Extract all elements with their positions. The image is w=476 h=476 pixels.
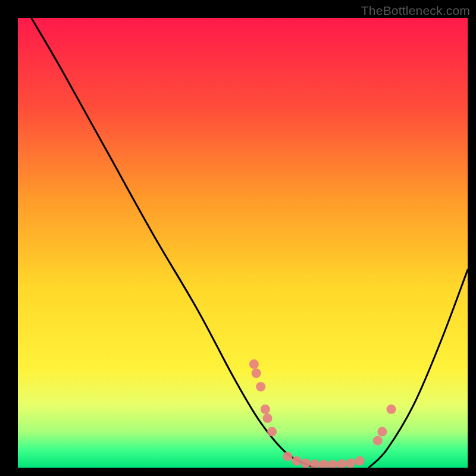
- data-marker: [386, 405, 396, 414]
- data-marker: [252, 368, 261, 378]
- data-marker: [263, 414, 273, 423]
- data-marker: [373, 436, 383, 446]
- plot-area: [18, 18, 468, 468]
- data-marker: [301, 458, 311, 468]
- data-marker: [292, 456, 302, 466]
- data-marker: [256, 382, 265, 392]
- data-marker: [249, 359, 259, 369]
- data-marker: [267, 427, 277, 437]
- data-marker: [346, 458, 355, 468]
- data-marker: [355, 456, 365, 466]
- gradient-background: [18, 18, 468, 468]
- chart-container: TheBottleneck.com: [0, 0, 476, 476]
- data-marker: [377, 427, 387, 437]
- data-marker: [261, 405, 270, 414]
- watermark-text: TheBottleneck.com: [361, 4, 470, 18]
- chart-svg: [18, 18, 468, 468]
- data-marker: [283, 452, 293, 461]
